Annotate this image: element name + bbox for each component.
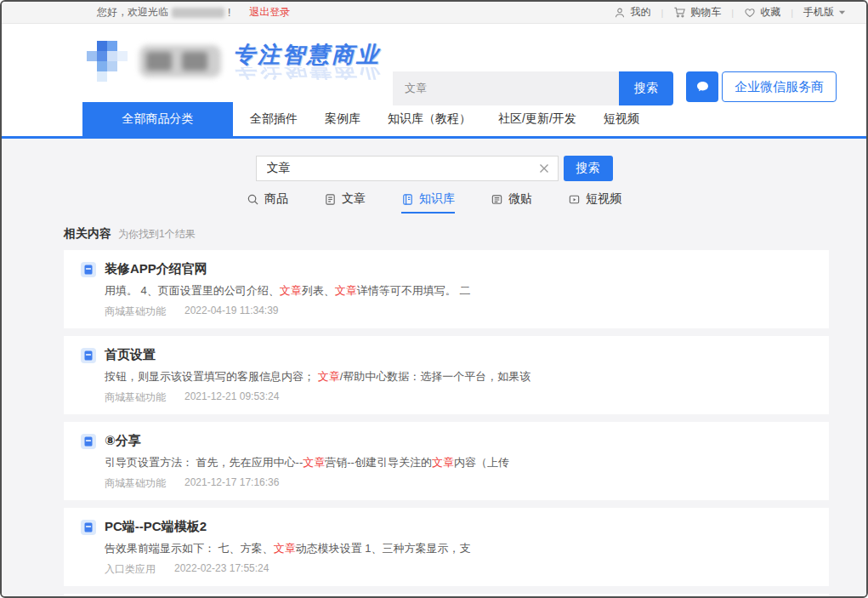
result-title: 装修APP介绍官网 (105, 261, 207, 277)
doc-icon (81, 520, 96, 535)
highlighted-keyword: 文章 (335, 284, 357, 297)
blurred-logo-text (139, 45, 221, 77)
header-search-button[interactable]: 搜索 (619, 71, 673, 105)
heart-icon (744, 7, 756, 19)
header-search: 搜索 (393, 71, 673, 105)
wecom-service-button[interactable]: 企业微信服务商 (686, 71, 837, 102)
result-item[interactable]: PC端--前端页面 (64, 594, 829, 596)
search-result-tabs: 商品文章知识库微贴短视频 (2, 191, 866, 214)
divider: | (731, 8, 734, 18)
description-text: 列表、 (302, 284, 335, 297)
doc-icon (81, 434, 96, 449)
description-text: 按钮，则显示该设置填写的客服信息内容； (105, 370, 318, 383)
description-text: 引导页设置方法： 首先，先在应用中心-- (105, 456, 303, 469)
nav-item[interactable]: 全部插件 (250, 111, 298, 127)
brand-slogan-reflection: 专注智慧商业 (233, 67, 381, 80)
result-item[interactable]: PC端--PC端模板2告效果前端显示如下： 七、方案、文章动态模块设置 1、三种… (64, 508, 829, 586)
tab-label: 微贴 (508, 191, 532, 207)
tab-video[interactable]: 短视频 (568, 191, 621, 214)
result-category: 商城基础功能 (105, 390, 166, 405)
description-text: 告效果前端显示如下： 七、方案、 (105, 542, 274, 555)
greeting-prefix: 您好，欢迎光临 (97, 5, 168, 20)
greeting-suffix: ! (228, 7, 230, 19)
main-search-button[interactable]: 搜索 (564, 156, 613, 181)
logo[interactable]: 专注智慧商业 专注智慧商业 (87, 41, 381, 82)
topbar-link-chevron-down[interactable]: 手机版 (803, 5, 846, 20)
divider: | (791, 8, 793, 18)
nav-item[interactable]: 知识库（教程） (388, 111, 471, 127)
topbar-link-label: 我的 (630, 5, 650, 20)
search-section: 搜索 (2, 156, 866, 181)
result-title: ⑧分享 (105, 433, 141, 449)
topbar-link-heart[interactable]: 收藏 (744, 5, 780, 20)
description-text: 内容（上传 (454, 456, 509, 469)
search-icon (247, 193, 259, 206)
highlighted-keyword: 文章 (432, 456, 454, 469)
header-search-input[interactable] (393, 71, 619, 105)
tab-label: 商品 (264, 191, 288, 207)
result-category: 商城基础功能 (105, 476, 166, 491)
result-description: 按钮，则显示该设置填写的客服信息内容； 文章/帮助中心数据：选择一个平台，如果该 (105, 369, 812, 384)
results-title: 相关内容 (64, 226, 111, 242)
results-header: 相关内容 为你找到1个结果 (64, 226, 829, 242)
main-content: 搜索 商品文章知识库微贴短视频 相关内容 为你找到1个结果 装修APP介绍官网用… (2, 139, 866, 596)
video-icon (568, 193, 581, 206)
results-list: 装修APP介绍官网用填。 4、页面设置里的公司介绍、文章列表、文章详情等可不用填… (64, 250, 829, 596)
tab-label: 短视频 (586, 191, 621, 207)
topbar-link-label: 购物车 (690, 5, 721, 20)
result-meta: 入口类应用2022-02-23 17:55:24 (105, 562, 812, 577)
result-item[interactable]: ⑧分享引导页设置方法： 首先，先在应用中心--文章营销--创建引导关注的文章内容… (64, 422, 829, 500)
main-nav: 全部商品分类 全部插件案例库知识库（教程）社区/更新/开发短视频 (2, 102, 866, 139)
nav-item[interactable]: 社区/更新/开发 (498, 111, 576, 127)
tab-article[interactable]: 文章 (324, 191, 366, 214)
logout-link[interactable]: 退出登录 (249, 5, 290, 20)
all-categories-button[interactable]: 全部商品分类 (82, 102, 233, 136)
wecom-chat-icon (686, 71, 718, 102)
description-text: 详情等可不用填写。 二 (357, 284, 471, 297)
result-description: 告效果前端显示如下： 七、方案、文章动态模块设置 1、三种方案显示，支 (105, 541, 812, 556)
result-date: 2021-12-17 17:16:36 (184, 476, 279, 491)
wecom-service-label: 企业微信服务商 (722, 71, 837, 102)
result-item[interactable]: 首页设置按钮，则显示该设置填写的客服信息内容； 文章/帮助中心数据：选择一个平台… (64, 336, 829, 414)
result-title-row: PC端--PC端模板2 (81, 519, 812, 535)
clear-search-icon[interactable] (538, 162, 550, 174)
tab-label: 文章 (342, 191, 366, 207)
doc-icon (81, 348, 96, 363)
highlighted-keyword: 文章 (274, 542, 296, 555)
topbar-link-label: 收藏 (760, 5, 780, 20)
nav-item[interactable]: 短视频 (604, 111, 639, 127)
description-text: 动态模块设置 1、三种方案显示，支 (296, 542, 471, 555)
result-date: 2022-02-23 17:55:24 (174, 562, 269, 577)
blurred-store-name (172, 8, 224, 18)
article-icon (324, 193, 337, 206)
description-text: /帮助中心数据：选择一个平台，如果该 (340, 370, 531, 383)
nav-items: 全部插件案例库知识库（教程）社区/更新/开发短视频 (250, 102, 639, 136)
greeting-text: 您好，欢迎光临 ! (97, 5, 230, 20)
results-count: 为你找到1个结果 (118, 227, 196, 242)
result-category: 入口类应用 (105, 562, 156, 577)
result-description: 用填。 4、页面设置里的公司介绍、文章列表、文章详情等可不用填写。 二 (105, 283, 812, 299)
tab-label: 知识库 (419, 191, 455, 207)
browser-window: 您好，欢迎光临 ! 退出登录 我的|购物车|收藏|手机版 专注智慧商业 专注智慧… (0, 0, 868, 598)
brand-slogan: 专注智慧商业 (233, 43, 381, 65)
result-meta: 商城基础功能2022-04-19 11:34:39 (105, 305, 812, 319)
top-bar: 您好，欢迎光临 ! 退出登录 我的|购物车|收藏|手机版 (2, 2, 866, 24)
topbar-links: 我的|购物车|收藏|手机版 (614, 5, 846, 20)
topbar-link-cart[interactable]: 购物车 (673, 5, 721, 20)
tab-post[interactable]: 微贴 (491, 191, 532, 214)
result-title: PC端--PC端模板2 (105, 519, 207, 535)
result-title-row: 首页设置 (81, 347, 812, 363)
knowledge-icon (401, 193, 414, 206)
main-search-box (256, 156, 559, 181)
tab-search[interactable]: 商品 (247, 191, 288, 214)
result-item[interactable]: 装修APP介绍官网用填。 4、页面设置里的公司介绍、文章列表、文章详情等可不用填… (64, 250, 829, 328)
main-search-input[interactable] (256, 156, 559, 181)
nav-item[interactable]: 案例库 (325, 111, 360, 127)
result-meta: 商城基础功能2021-12-17 17:16:36 (105, 476, 812, 491)
topbar-link-label: 手机版 (803, 5, 834, 20)
result-title: 首页设置 (105, 347, 156, 363)
tab-knowledge[interactable]: 知识库 (401, 191, 455, 214)
chevron-down-icon (838, 9, 846, 16)
highlighted-keyword: 文章 (303, 456, 325, 469)
topbar-link-user[interactable]: 我的 (614, 5, 650, 20)
